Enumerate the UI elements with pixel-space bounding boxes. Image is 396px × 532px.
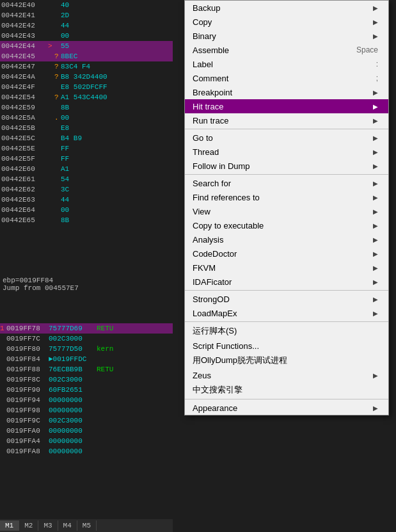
menu-item-12[interactable]: Search for▶ [185,176,388,190]
menu-item-17[interactable]: CodeDoctor▶ [185,246,388,261]
stack-row[interactable]: 0019FF8C002C3000 [0,375,173,385]
asm-address: 00442E54 [0,93,48,101]
menu-item-2[interactable]: Binary▶ [185,29,388,43]
submenu-arrow-icon: ▶ [373,222,378,229]
asm-row[interactable]: 00442E44>55 [0,41,173,51]
asm-row[interactable]: 00442E623C [0,184,173,195]
asm-row[interactable]: 00442E45?8BEC [0,51,173,61]
stack-address: 0019FFA8 [5,447,49,455]
menu-item-18[interactable]: FKVM▶ [185,261,388,275]
asm-address: 00442E5B [0,124,48,132]
menu-item-label: Appearance [193,403,237,413]
stack-row[interactable]: 0019FFA800000000 [0,446,173,456]
asm-bytes: E8 [61,124,173,132]
asm-bytes: E8 502DFCFF [61,83,173,91]
menu-item-7[interactable]: Hit trace▶ [185,99,388,113]
menu-item-11[interactable]: Follow in Dump▶ [185,159,388,173]
menu-item-22[interactable]: 运行脚本(S) [185,323,388,339]
menu-item-13[interactable]: Find references to▶ [185,190,388,204]
stack-value: 76ECBB9B [49,366,97,373]
stack-row[interactable]: 0019FF9060FB2651 [0,385,173,395]
menu-item-20[interactable]: StrongOD▶ [185,292,388,306]
menu-item-5[interactable]: Comment; [185,71,388,85]
asm-bytes: B8 342D4400 [61,73,173,81]
asm-row[interactable]: 00442E5A.00 [0,113,173,123]
asm-row[interactable]: 00442E412D [0,10,173,20]
submenu-arrow-icon: ▶ [373,33,378,40]
stack-value: 002C3000 [49,417,97,424]
asm-row[interactable]: 00442E4A?B8 342D4400 [0,72,173,82]
asm-row[interactable]: 00442E47?83C4 F4 [0,61,173,72]
menu-item-label: Breakpoint [193,88,232,97]
menu-item-label: 用OllyDump脱壳调试进程 [193,355,287,366]
asm-row[interactable]: 00442E6400 [0,205,173,215]
stack-row[interactable]: 0019FF84►0019FFDC [0,354,173,364]
menu-item-6[interactable]: Breakpoint▶ [185,85,388,99]
asm-row[interactable]: 00442E5FFF [0,154,173,164]
menu-item-23[interactable]: Script Functions... [185,339,388,353]
menu-item-10[interactable]: Thread▶ [185,145,388,159]
menu-shortcut: ; [376,74,378,83]
asm-row[interactable]: 00442E4244 [0,20,173,31]
menu-item-label: FKVM [193,263,216,273]
asm-row[interactable]: 00442E598B [0,102,173,113]
menu-item-label: Script Functions... [193,341,259,351]
tab-m4[interactable]: M4 [58,520,77,531]
stack-value: 75777D69 [49,325,97,332]
asm-row[interactable]: 00442E5BE8 [0,123,173,133]
tab-m3[interactable]: M3 [38,520,58,531]
menu-item-3[interactable]: AssembleSpace [185,43,388,57]
stack-marker: 1 [0,325,5,332]
menu-item-16[interactable]: Analysis▶ [185,232,388,246]
asm-bytes: 2D [61,12,173,19]
stack-row[interactable]: 0019FF7C002C3000 [0,334,173,344]
menu-item-1[interactable]: Copy▶ [185,15,388,29]
stack-row[interactable]: 0019FFA000000000 [0,426,173,436]
stack-value: 002C3000 [49,376,97,383]
asm-flag: ? [54,52,61,60]
menu-item-label: LoadMapEx [193,309,237,318]
stack-address: 0019FF84 [5,355,49,363]
menu-item-label: 中文搜索引擎 [193,384,242,396]
menu-item-8[interactable]: Run trace▶ [185,113,388,127]
asm-row[interactable]: 00442E5CB4 B9 [0,133,173,143]
menu-item-24[interactable]: 用OllyDump脱壳调试进程 [185,353,388,368]
asm-address: 00442E5F [0,155,48,163]
asm-row[interactable]: 00442E4040 [0,0,173,10]
menu-item-26[interactable]: 中文搜索引擎 [185,382,388,398]
stack-row[interactable]: 0019FF9C002C3000 [0,415,173,426]
asm-row[interactable]: 00442E658B [0,215,173,225]
asm-row[interactable]: 00442E60A1 [0,164,173,174]
stack-row[interactable]: 0019FFA400000000 [0,436,173,446]
stack-row[interactable]: 10019FF7875777D69RETU [0,323,173,334]
menu-item-25[interactable]: Zeus▶ [185,368,388,382]
asm-row[interactable]: 00442E4300 [0,31,173,41]
submenu-arrow-icon: ▶ [373,250,378,257]
menu-shortcut: Space [356,45,378,54]
stack-address: 0019FF98 [5,407,49,414]
menu-item-label: Binary [193,31,216,41]
menu-item-4[interactable]: Label: [185,57,388,71]
asm-marker: > [48,42,54,50]
menu-item-27[interactable]: Appearance▶ [185,401,388,415]
tab-m2[interactable]: M2 [19,520,38,531]
menu-item-15[interactable]: Copy to executable▶ [185,218,388,232]
stack-row[interactable]: 0019FF9400000000 [0,395,173,405]
asm-flag: ? [54,93,61,101]
stack-row[interactable]: 0019FF8075777D50kern [0,344,173,354]
tab-m1[interactable]: M1 [0,520,19,531]
stack-address: 0019FF78 [5,325,49,332]
stack-row[interactable]: 0019FF8876ECBB9BRETU [0,364,173,375]
asm-row[interactable]: 00442E6154 [0,174,173,184]
stack-row[interactable]: 0019FF9800000000 [0,405,173,415]
menu-item-0[interactable]: Backup▶ [185,1,388,15]
asm-row[interactable]: 00442E4FE8 502DFCFF [0,82,173,92]
asm-row[interactable]: 00442E54?A1 543C4400 [0,92,173,102]
asm-row[interactable]: 00442E5EFF [0,143,173,154]
menu-item-14[interactable]: View▶ [185,204,388,218]
menu-item-21[interactable]: LoadMapEx▶ [185,306,388,320]
menu-item-9[interactable]: Go to▶ [185,131,388,145]
menu-item-19[interactable]: IDAFicator▶ [185,275,388,289]
asm-row[interactable]: 00442E6344 [0,195,173,205]
tab-m5[interactable]: M5 [77,520,97,531]
